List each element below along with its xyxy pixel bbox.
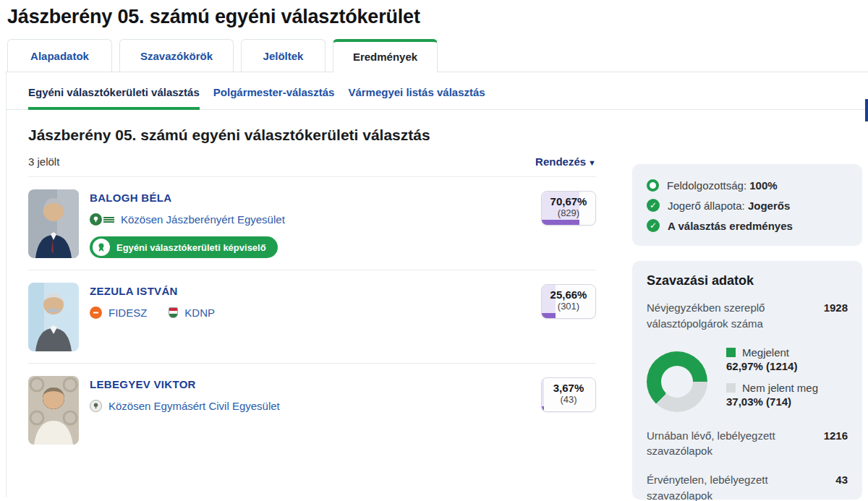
result-percent: 25,66% bbox=[542, 285, 595, 301]
result-percent: 70,67% bbox=[542, 192, 595, 207]
fidesz-logo-icon bbox=[90, 307, 102, 319]
result-box: 70,67% (829) bbox=[541, 191, 596, 226]
results-sidebar: Feldolgozottság: 100% ✓ Jogerő állapota:… bbox=[632, 147, 862, 500]
stat-row: Urnában lévő, lebélyegzett szavazólapok … bbox=[647, 428, 848, 460]
voting-data-panel: Szavazási adatok Névjegyzékben szereplő … bbox=[632, 261, 862, 500]
candidate-list: 3 jelölt Rendezés▼ BALOGH BÉLA bbox=[28, 147, 596, 500]
turnout-chart: Megjelent 62,97% (1214) Nem jelent meg 3… bbox=[647, 346, 848, 417]
result-box: 25,66% (301) bbox=[541, 284, 596, 319]
candidate-photo bbox=[28, 283, 79, 351]
sort-button[interactable]: Rendezés▼ bbox=[535, 155, 596, 168]
processing-status: Feldolgozottság: 100% bbox=[647, 176, 848, 195]
candidate-count: 3 jelölt bbox=[28, 155, 59, 168]
turnout-legend: Megjelent 62,97% (1214) Nem jelent meg 3… bbox=[726, 346, 818, 417]
tab-szavazokorok[interactable]: Szavazókörök bbox=[119, 39, 234, 72]
result-bar bbox=[542, 406, 544, 411]
legend-swatch-gray bbox=[726, 383, 736, 393]
legend-swatch-green bbox=[726, 348, 736, 357]
subtab-egyeni-valasztokeruleti[interactable]: Egyéni választókerületi választás bbox=[28, 72, 200, 110]
section-heading: Jászberény 05. számú egyéni választókerü… bbox=[28, 127, 868, 144]
candidate-row: LEBEGYEV VIKTOR Közösen Egymásért Civil … bbox=[28, 364, 596, 456]
status-panel: Feldolgozottság: 100% ✓ Jogerő állapota:… bbox=[632, 164, 862, 246]
candidate-name-link[interactable]: BALOGH BÉLA bbox=[90, 192, 541, 204]
subtab-polgarmester[interactable]: Polgármester-választás bbox=[213, 72, 335, 110]
stat-row: Névjegyzékben szereplő választópolgárok … bbox=[647, 300, 848, 332]
turnout-donut bbox=[647, 351, 707, 412]
legend-appeared: Megjelent 62,97% (1214) bbox=[726, 346, 818, 372]
candidate-name-link[interactable]: LEBEGYEV VIKTOR bbox=[90, 378, 541, 390]
result-status: ✓ A választás eredményes bbox=[647, 215, 848, 236]
subtab-varmegyei-listas[interactable]: Vármegyei listás választás bbox=[348, 72, 485, 110]
candidate-photo bbox=[28, 376, 79, 445]
result-percent: 3,67% bbox=[542, 378, 595, 394]
kje-logo-icon bbox=[90, 213, 114, 226]
result-box: 3,67% (43) bbox=[541, 377, 596, 412]
kecse-logo-icon bbox=[90, 400, 102, 412]
kdnp-logo-icon bbox=[169, 307, 178, 318]
voting-data-heading: Szavazási adatok bbox=[647, 273, 848, 288]
edge-widget[interactable] bbox=[865, 99, 868, 121]
result-bar bbox=[542, 220, 579, 225]
page-title: Jászberény 05. számú egyéni választókerü… bbox=[7, 6, 868, 28]
medal-icon bbox=[93, 239, 110, 256]
candidate-name-link[interactable]: ZEZULA ISTVÁN bbox=[90, 285, 541, 297]
tab-eredmenyek[interactable]: Eredmények bbox=[333, 39, 438, 72]
party-link[interactable]: KDNP bbox=[184, 307, 215, 319]
party-link[interactable]: FIDESZ bbox=[109, 307, 147, 319]
candidate-row: BALOGH BÉLA Közösen Jászberényért Egyesü… bbox=[28, 177, 596, 270]
progress-ring-icon bbox=[647, 179, 659, 192]
content-card: Egyéni választókerületi választás Polgár… bbox=[6, 72, 868, 497]
sub-tab-bar: Egyéni választókerületi választás Polgár… bbox=[7, 72, 868, 110]
result-votes: (301) bbox=[542, 301, 595, 312]
winner-badge-label: Egyéni választókerületi képviselő bbox=[116, 242, 266, 253]
candidate-row: ZEZULA ISTVÁN FIDESZ KDNP bbox=[28, 270, 596, 364]
result-bar bbox=[542, 313, 556, 318]
party-link[interactable]: Közösen Egymásért Civil Egyesület bbox=[109, 400, 280, 412]
tab-jeloltek[interactable]: Jelöltek bbox=[241, 39, 326, 72]
check-circle-icon: ✓ bbox=[647, 199, 660, 212]
legal-status: ✓ Jogerő állapota: Jogerős bbox=[647, 195, 848, 215]
party-link[interactable]: Közösen Jászberényért Egyesület bbox=[121, 213, 285, 226]
tab-alapadatok[interactable]: Alapadatok bbox=[7, 39, 112, 72]
chevron-down-icon: ▼ bbox=[588, 158, 596, 167]
result-votes: (43) bbox=[542, 394, 595, 405]
result-votes: (829) bbox=[542, 207, 595, 218]
legend-not-appeared: Nem jelent meg 37,03% (714) bbox=[726, 382, 818, 408]
check-circle-icon: ✓ bbox=[647, 219, 660, 232]
main-tab-bar: Alapadatok Szavazókörök Jelöltek Eredmén… bbox=[7, 39, 868, 72]
stat-row: Érvénytelen, lebélyegzett szavazólapok 4… bbox=[647, 472, 848, 501]
candidate-photo bbox=[28, 189, 79, 258]
winner-badge: Egyéni választókerületi képviselő bbox=[90, 236, 278, 258]
